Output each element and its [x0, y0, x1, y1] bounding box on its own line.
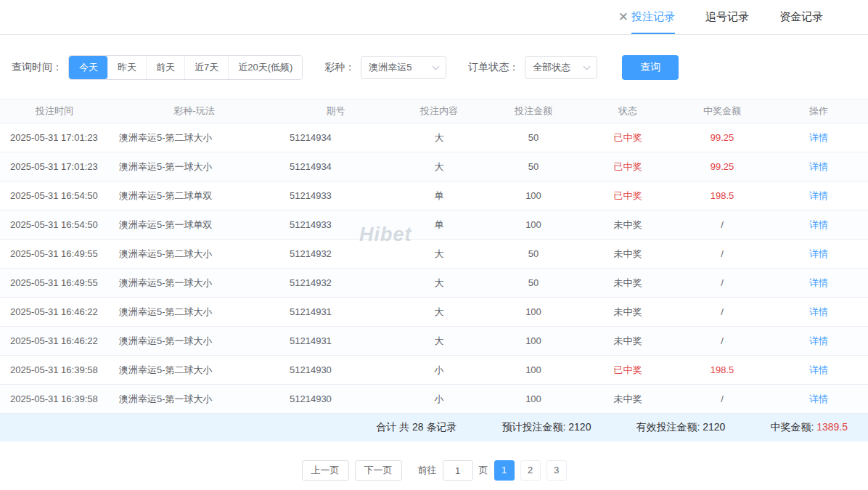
time-filter-label: 查询时间：: [12, 61, 62, 74]
issue-cell: 51214932: [279, 240, 392, 269]
tabs-bar: ✕ 投注记录 追号记录 资金记录: [0, 0, 868, 35]
issue-cell: 51214930: [279, 385, 392, 414]
status-badge: 已中奖: [614, 132, 642, 143]
issue-cell: 51214934: [279, 152, 392, 181]
bet-amount-cell: 100: [486, 181, 581, 211]
action-cell: 详情: [769, 211, 868, 240]
time-filter-button[interactable]: 昨天: [107, 56, 146, 79]
detail-link[interactable]: 详情: [809, 190, 828, 201]
goto-page-input[interactable]: [443, 460, 473, 481]
goto-label: 前往: [418, 464, 437, 477]
page-number-button[interactable]: 3: [546, 460, 567, 481]
table-header-cell: 投注金额: [486, 99, 581, 123]
win-amount: 198.5: [711, 190, 734, 201]
bet-amount-cell: 50: [486, 123, 581, 152]
action-cell: 详情: [769, 385, 868, 414]
win-amount: /: [721, 306, 724, 317]
detail-link[interactable]: 详情: [809, 364, 828, 375]
detail-link[interactable]: 详情: [809, 335, 828, 346]
game-play-cell: 澳洲幸运5-第二球大小: [109, 356, 279, 385]
win-amount-cell: 198.5: [675, 356, 769, 385]
summary-row: 合计 共 28 条记录 预计投注金额: 2120 有效投注金额: 2120 中奖…: [0, 414, 868, 441]
tab[interactable]: 投注记录: [631, 0, 675, 34]
page-number-button[interactable]: 1: [494, 460, 515, 481]
close-icon[interactable]: ✕: [615, 8, 631, 26]
search-button[interactable]: 查询: [622, 55, 679, 80]
status-badge: 未中奖: [614, 306, 642, 317]
status-badge: 未中奖: [614, 219, 642, 230]
status-cell: 已中奖: [581, 356, 675, 385]
issue-cell: 51214932: [279, 269, 392, 298]
status-cell: 未中奖: [581, 327, 675, 356]
filter-row: 查询时间： 今天 昨天 前天 近7天 近20天(低频) 彩种： 澳洲幸运5 订单…: [0, 35, 868, 99]
action-cell: 详情: [769, 152, 868, 181]
table-header-row: 投注时间 彩种-玩法 期号 投注内容 投注金额 状态 中奖金额 操作: [0, 99, 868, 123]
status-badge: 未中奖: [614, 277, 642, 288]
action-cell: 详情: [769, 181, 868, 211]
order-status-select-value: 全部状态: [533, 61, 570, 74]
bet-time-cell: 2025-05-31 16:39:58: [0, 385, 109, 414]
detail-link[interactable]: 详情: [809, 132, 828, 143]
time-filter-button[interactable]: 近20天(低频): [228, 56, 302, 79]
win-amount-cell: 198.5: [675, 181, 769, 211]
table-header-cell: 状态: [581, 99, 675, 123]
prev-page-button[interactable]: 上一页: [302, 460, 349, 481]
bet-content-cell: 小: [392, 385, 486, 414]
table-row: 2025-05-31 16:46:22 澳洲幸运5-第一球大小 51214931…: [0, 327, 868, 356]
page-number-button[interactable]: 2: [520, 460, 541, 481]
detail-link[interactable]: 详情: [809, 161, 828, 172]
detail-link[interactable]: 详情: [809, 393, 828, 404]
table-row: 2025-05-31 17:01:23 澳洲幸运5-第二球大小 51214934…: [0, 123, 868, 152]
bet-content-cell: 大: [392, 152, 486, 181]
win-amount-cell: /: [675, 240, 769, 269]
issue-cell: 51214933: [279, 211, 392, 240]
win-amount-cell: 99.25: [675, 152, 769, 181]
status-cell: 未中奖: [581, 211, 675, 240]
time-filter-group: 今天 昨天 前天 近7天 近20天(低频): [68, 55, 303, 80]
tab[interactable]: 资金记录: [779, 0, 823, 34]
goto-page-suffix: 页: [479, 464, 488, 477]
summary-valid: 有效投注金额: 2120: [636, 421, 725, 434]
table-row: 2025-05-31 16:54:50 澳洲幸运5-第二球单双 51214933…: [0, 181, 868, 211]
win-amount: /: [721, 393, 724, 404]
detail-link[interactable]: 详情: [809, 277, 828, 288]
table-row: 2025-05-31 16:49:55 澳洲幸运5-第二球大小 51214932…: [0, 240, 868, 269]
chevron-down-icon: [584, 62, 591, 70]
issue-cell: 51214931: [279, 327, 392, 356]
bet-time-cell: 2025-05-31 16:46:22: [0, 298, 109, 327]
detail-link[interactable]: 详情: [809, 306, 828, 317]
lottery-select-label: 彩种：: [324, 61, 355, 74]
bet-time-cell: 2025-05-31 16:46:22: [0, 327, 109, 356]
status-cell: 已中奖: [581, 181, 675, 211]
table-row: 2025-05-31 16:54:50 澳洲幸运5-第一球单双 51214933…: [0, 211, 868, 240]
bet-time-cell: 2025-05-31 16:49:55: [0, 269, 109, 298]
pagination: 上一页 下一页 前往 页 1 2 3: [0, 460, 868, 481]
status-badge: 已中奖: [614, 190, 642, 201]
game-play-cell: 澳洲幸运5-第二球大小: [109, 240, 279, 269]
win-amount-cell: 99.25: [675, 123, 769, 152]
issue-cell: 51214934: [279, 123, 392, 152]
win-amount: /: [721, 335, 724, 346]
game-play-cell: 澳洲幸运5-第二球单双: [109, 181, 279, 211]
bet-amount-cell: 50: [486, 269, 581, 298]
bet-time-cell: 2025-05-31 16:39:58: [0, 356, 109, 385]
detail-link[interactable]: 详情: [809, 248, 828, 259]
time-filter-button[interactable]: 前天: [146, 56, 184, 79]
order-status-select-label: 订单状态：: [468, 61, 519, 74]
lottery-select[interactable]: 澳洲幸运5: [361, 56, 446, 79]
next-page-button[interactable]: 下一页: [355, 460, 402, 481]
table-header-cell: 投注时间: [0, 99, 109, 123]
table-header-cell: 彩种-玩法: [109, 99, 279, 123]
win-amount: 99.25: [711, 132, 734, 143]
time-filter-button[interactable]: 今天: [69, 56, 107, 79]
bet-content-cell: 大: [392, 327, 486, 356]
table-row: 2025-05-31 16:49:55 澳洲幸运5-第一球大小 51214932…: [0, 269, 868, 298]
tab[interactable]: 追号记录: [705, 0, 749, 34]
detail-link[interactable]: 详情: [809, 219, 828, 230]
win-amount-cell: /: [675, 327, 769, 356]
order-status-select[interactable]: 全部状态: [525, 56, 597, 79]
bet-content-cell: 大: [392, 123, 486, 152]
table-row: 2025-05-31 17:01:23 澳洲幸运5-第一球大小 51214934…: [0, 152, 868, 181]
time-filter-button[interactable]: 近7天: [184, 56, 228, 79]
status-cell: 未中奖: [581, 385, 675, 414]
